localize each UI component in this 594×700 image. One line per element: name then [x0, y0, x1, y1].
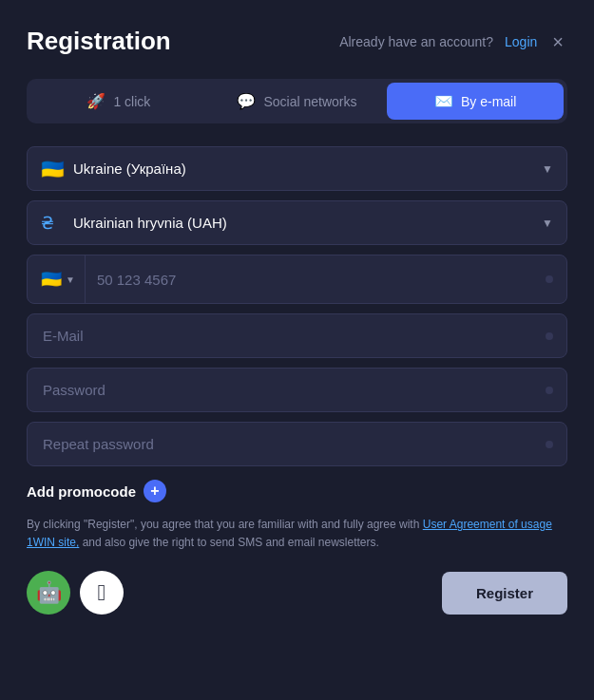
add-promo-icon: +	[144, 480, 166, 502]
registration-modal: Registration Already have an account? Lo…	[0, 0, 594, 700]
repeat-password-wrapper	[27, 422, 567, 466]
phone-chevron-icon: ▼	[66, 274, 75, 285]
phone-input[interactable]	[86, 258, 566, 301]
password-wrapper	[27, 368, 567, 412]
header-row: Registration Already have an account? Lo…	[27, 27, 567, 56]
password-input[interactable]	[28, 369, 566, 411]
tab-social-label: Social networks	[263, 94, 356, 109]
apple-icon: 	[98, 579, 106, 606]
add-promo-row[interactable]: Add promocode +	[27, 480, 567, 502]
header-right: Already have an account? Login ×	[339, 28, 567, 55]
country-select[interactable]: Ukraine (Україна)	[28, 147, 566, 190]
tab-email-label: By e-mail	[461, 94, 516, 109]
terms-after: and also give the right to send SMS and …	[83, 536, 379, 549]
repeat-password-input[interactable]	[28, 423, 566, 465]
email-status-dot	[546, 332, 553, 340]
page-title: Registration	[27, 27, 171, 56]
repeat-password-group	[27, 422, 567, 466]
add-promo-label: Add promocode	[27, 483, 136, 500]
currency-select-wrapper: ₴ Ukrainian hryvnia (UAH) ▼	[27, 200, 567, 245]
close-button[interactable]: ×	[548, 28, 567, 55]
tab-one-click-label: 1 click	[113, 94, 150, 109]
password-status-dot	[546, 387, 553, 394]
tab-social[interactable]: 💬 Social networks	[209, 83, 386, 120]
country-select-wrapper: 🇺🇦 Ukraine (Україна) ▼	[27, 146, 567, 191]
currency-group: ₴ Ukrainian hryvnia (UAH) ▼	[27, 200, 567, 245]
email-group	[27, 313, 567, 358]
register-button[interactable]: Register	[442, 572, 567, 615]
tab-email[interactable]: ✉️ By e-mail	[387, 83, 564, 120]
apple-app-button[interactable]: 	[80, 571, 124, 615]
email-input[interactable]	[28, 314, 566, 357]
terms-text: By clicking "Register", you agree that y…	[27, 516, 567, 552]
already-text: Already have an account?	[339, 34, 493, 49]
login-link[interactable]: Login	[505, 34, 537, 49]
tab-one-click[interactable]: 🚀 1 click	[30, 83, 207, 120]
app-icons: 🤖 	[27, 571, 124, 615]
password-group	[27, 368, 567, 412]
currency-select[interactable]: Ukrainian hryvnia (UAH)	[28, 201, 566, 244]
android-app-button[interactable]: 🤖	[27, 571, 70, 615]
phone-flag-icon: 🇺🇦	[41, 269, 62, 290]
country-group: 🇺🇦 Ukraine (Україна) ▼	[27, 146, 567, 191]
android-icon: 🤖	[36, 580, 62, 605]
tab-bar: 🚀 1 click 💬 Social networks ✉️ By e-mail	[27, 79, 567, 123]
email-wrapper	[27, 313, 567, 358]
phone-status-dot	[546, 275, 553, 283]
phone-flag-area[interactable]: 🇺🇦 ▼	[28, 255, 86, 303]
repeat-password-status-dot	[546, 441, 553, 448]
phone-wrapper: 🇺🇦 ▼	[27, 255, 567, 304]
phone-group: 🇺🇦 ▼	[27, 255, 567, 304]
email-icon: ✉️	[434, 92, 453, 110]
one-click-icon: 🚀	[86, 92, 105, 110]
terms-before: By clicking "Register", you agree that y…	[27, 518, 419, 531]
bottom-row: 🤖  Register	[27, 571, 567, 615]
social-icon: 💬	[237, 92, 256, 110]
